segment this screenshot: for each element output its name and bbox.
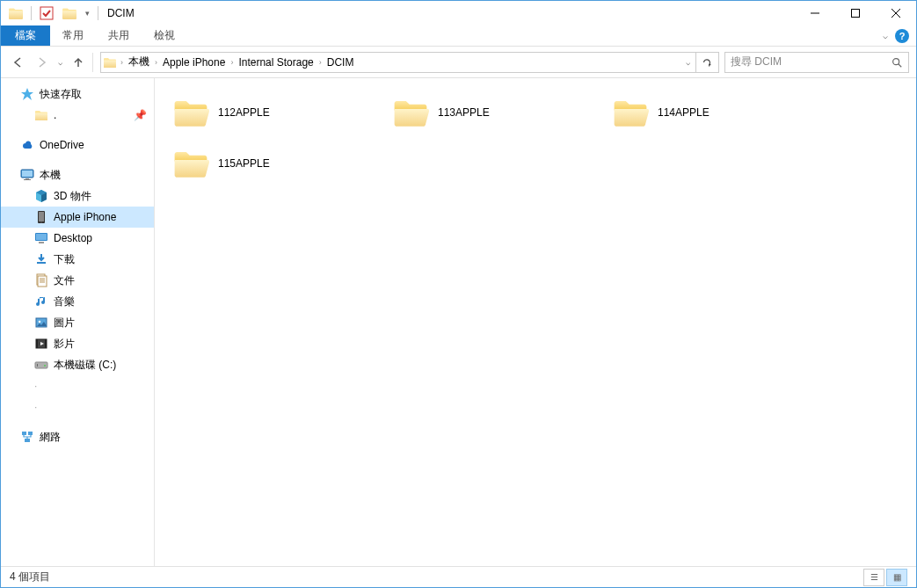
tab-share[interactable]: 共用	[96, 25, 142, 46]
chevron-right-icon[interactable]: ›	[119, 58, 125, 67]
address-folder-icon	[103, 55, 117, 69]
folder-icon	[34, 108, 48, 122]
cloud-icon	[20, 138, 34, 152]
maximize-button[interactable]	[835, 1, 876, 25]
tree-quick-access[interactable]: 快速存取	[1, 83, 154, 105]
tree-pictures[interactable]: 圖片	[1, 312, 154, 333]
forward-button[interactable]	[31, 52, 52, 73]
chevron-right-icon[interactable]: ›	[153, 58, 159, 67]
folder-icon	[392, 94, 429, 131]
recent-dropdown[interactable]: ⌵	[54, 52, 66, 73]
search-placeholder: 搜尋 DCIM	[731, 54, 782, 69]
content-pane[interactable]: 112APPLE 113APPLE 114APPLE 115APPLE	[155, 78, 916, 566]
crumb-storage[interactable]: Internal Storage	[235, 53, 317, 72]
chevron-right-icon[interactable]: ›	[317, 58, 324, 67]
pin-icon: 📌	[134, 109, 147, 121]
folder-label: 113APPLE	[438, 106, 490, 119]
titlebar: ▾ DCIM	[1, 1, 916, 25]
tree-hidden-1[interactable]: ·	[1, 375, 154, 396]
help-icon[interactable]: ?	[895, 29, 909, 43]
tab-home[interactable]: 常用	[50, 25, 96, 46]
folder-item[interactable]: 114APPLE	[608, 87, 828, 138]
window-title: DCIM	[104, 7, 135, 19]
view-icons-button[interactable]: ▦	[886, 569, 907, 586]
qat-dropdown-icon[interactable]: ▾	[83, 9, 92, 18]
chevron-right-icon[interactable]: ›	[229, 58, 235, 67]
phone-icon	[34, 210, 48, 224]
navbar: ⌵ › 本機 › Apple iPhone › Internal Storage…	[1, 47, 916, 78]
tab-file[interactable]: 檔案	[1, 25, 50, 46]
tree-network[interactable]: 網路	[1, 426, 154, 447]
ribbon-tabs: 檔案 常用 共用 檢視 ⌵ ?	[1, 25, 916, 47]
crumb-device[interactable]: Apple iPhone	[159, 53, 229, 72]
folder-icon	[172, 94, 209, 131]
drive-icon	[34, 358, 48, 372]
music-icon	[34, 294, 48, 309]
docs-icon	[34, 273, 48, 287]
tree-local-disk-c[interactable]: 本機磁碟 (C:)	[1, 354, 154, 375]
qat-divider2	[98, 6, 98, 20]
tree-onedrive[interactable]: OneDrive	[1, 134, 154, 156]
search-input[interactable]: 搜尋 DCIM	[724, 52, 909, 73]
view-details-button[interactable]: ☰	[863, 569, 884, 586]
tree-pinned-item[interactable]: .📌	[1, 105, 154, 126]
tree-this-pc[interactable]: 本機	[1, 164, 154, 185]
tree-apple-iphone[interactable]: Apple iPhone	[1, 207, 154, 228]
item-count: 4 個項目	[10, 570, 50, 584]
crumb-current[interactable]: DCIM	[324, 53, 358, 72]
statusbar: 4 個項目 ☰ ▦	[1, 566, 916, 587]
folder-icon	[612, 94, 649, 131]
svg-rect-31	[852, 10, 860, 18]
minimize-button[interactable]	[795, 1, 835, 25]
close-button[interactable]	[876, 1, 916, 25]
tree-downloads[interactable]: 下載	[1, 249, 154, 270]
cube-icon	[34, 189, 48, 203]
address-dropdown-icon[interactable]: ⌵	[680, 58, 695, 67]
folder-item[interactable]: 115APPLE	[169, 138, 389, 189]
qat-divider	[31, 6, 32, 20]
star-icon	[20, 87, 34, 101]
folder-label: 114APPLE	[658, 106, 710, 119]
up-button[interactable]	[68, 52, 89, 73]
folder-label: 112APPLE	[218, 106, 270, 119]
tree-documents[interactable]: 文件	[1, 270, 154, 291]
network-icon	[20, 430, 34, 444]
qat-newfolder-icon[interactable]	[60, 4, 79, 23]
tab-view[interactable]: 檢視	[142, 25, 187, 46]
pictures-icon	[34, 316, 48, 330]
search-icon	[891, 56, 903, 69]
tree-desktop[interactable]: Desktop	[1, 228, 154, 249]
address-bar[interactable]: › 本機 › Apple iPhone › Internal Storage ›…	[100, 52, 719, 73]
refresh-button[interactable]	[695, 53, 717, 72]
back-button[interactable]	[8, 52, 29, 73]
tree-3d-objects[interactable]: 3D 物件	[1, 185, 154, 207]
tree-music[interactable]: 音樂	[1, 291, 154, 312]
tree-hidden-2[interactable]: ·	[1, 396, 154, 417]
download-icon	[34, 252, 48, 266]
monitor-icon	[20, 168, 34, 182]
nav-tree[interactable]: 快速存取 .📌 OneDrive 本機 3D 物件 Apple iPhone D…	[1, 78, 155, 566]
folder-icon	[172, 145, 209, 182]
tree-videos[interactable]: 影片	[1, 333, 154, 354]
desktop-icon	[34, 231, 48, 245]
folder-item[interactable]: 113APPLE	[389, 87, 608, 138]
qat-properties-icon[interactable]	[37, 4, 56, 23]
videos-icon	[34, 337, 48, 351]
qat-folder-icon[interactable]	[6, 4, 25, 23]
folder-label: 115APPLE	[218, 157, 270, 170]
crumb-this-pc[interactable]: 本機	[125, 53, 153, 72]
ribbon-expand-icon[interactable]: ⌵	[883, 31, 888, 40]
folder-item[interactable]: 112APPLE	[169, 87, 389, 138]
